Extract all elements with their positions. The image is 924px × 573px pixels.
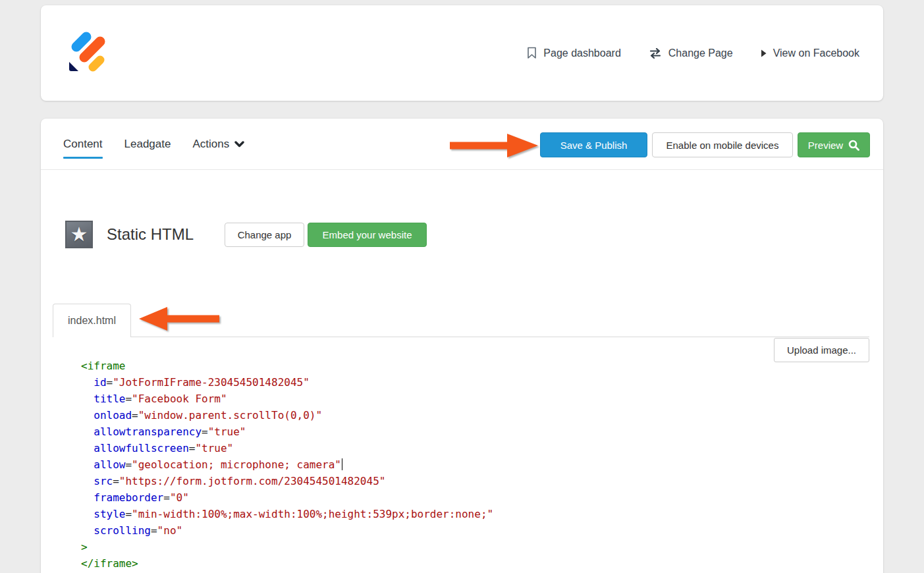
code-token: </iframe> xyxy=(81,557,138,570)
magnifier-icon xyxy=(848,140,859,151)
code-token: = xyxy=(113,475,119,487)
app-title-row: ★ Static HTML Change app Embed your webs… xyxy=(65,221,427,248)
code-token: "min-width:100%;max-width:100%;height:53… xyxy=(132,508,493,520)
code-token: = xyxy=(125,458,132,471)
active-tab-underline xyxy=(63,157,103,159)
jotform-logo xyxy=(66,31,109,74)
play-triangle-icon xyxy=(761,49,767,57)
code-line[interactable]: id="JotFormIFrame-230454501482045" xyxy=(81,374,764,391)
code-token xyxy=(81,458,94,471)
toolbar-buttons: Save & Publish Enable on mobile devices … xyxy=(540,132,870,157)
code-token xyxy=(81,376,94,389)
code-token: frameborder xyxy=(94,491,163,504)
code-line[interactable]: </iframe> xyxy=(81,555,764,572)
page-title: Static HTML xyxy=(107,225,194,244)
code-token xyxy=(81,491,94,504)
code-line[interactable]: allowfullscreen="true" xyxy=(81,440,764,456)
file-tab-index-html[interactable]: index.html xyxy=(53,304,131,337)
header-link-label: View on Facebook xyxy=(773,47,859,59)
code-line[interactable]: > xyxy=(81,539,764,555)
code-token: allow xyxy=(94,458,125,471)
header-link-label: Page dashboard xyxy=(543,47,620,59)
code-line[interactable]: style="min-width:100%;max-width:100%;hei… xyxy=(81,506,764,522)
code-token: = xyxy=(132,409,138,422)
code-token: id xyxy=(94,376,106,389)
code-token xyxy=(81,442,94,454)
bookmark-icon xyxy=(527,47,537,59)
code-token: scrolling xyxy=(94,524,151,537)
chevron-down-icon xyxy=(234,141,244,148)
tab-label: Leadgate xyxy=(124,138,171,151)
code-line[interactable]: allow="geolocation; microphone; camera" xyxy=(81,456,764,473)
code-token: allowfullscreen xyxy=(94,442,189,454)
code-token: = xyxy=(151,524,157,537)
code-editor-panel: Upload image... <iframe id="JotFormIFram… xyxy=(53,337,869,573)
code-token: allowtransparency xyxy=(94,425,202,438)
text-cursor xyxy=(342,458,342,470)
code-editor[interactable]: <iframe id="JotFormIFrame-23045450148204… xyxy=(81,358,764,572)
code-token xyxy=(81,508,94,520)
code-token: "true" xyxy=(195,442,233,454)
save-publish-button[interactable]: Save & Publish xyxy=(540,132,647,157)
code-token xyxy=(81,524,94,537)
code-token: "window.parent.scrollTo(0,0)" xyxy=(138,409,322,422)
header-link-view-on-facebook[interactable]: View on Facebook xyxy=(761,47,859,59)
header-card: Page dashboard Change Page View on Faceb… xyxy=(41,5,883,101)
header-link-change-page[interactable]: Change Page xyxy=(649,47,733,59)
tab-label: Actions xyxy=(192,138,229,151)
tab-actions[interactable]: Actions xyxy=(192,119,244,169)
toolbar: Content Leadgate Actions Save & Publish … xyxy=(41,119,883,170)
code-token: style xyxy=(94,508,125,520)
code-token xyxy=(81,393,94,405)
annotation-arrow-left xyxy=(138,306,219,331)
header-link-page-dashboard[interactable]: Page dashboard xyxy=(527,47,620,59)
app-editor-card: Content Leadgate Actions Save & Publish … xyxy=(41,119,883,573)
annotation-arrow-right xyxy=(450,133,539,158)
code-line[interactable]: frameborder="0" xyxy=(81,489,764,506)
upload-image-button[interactable]: Upload image... xyxy=(774,338,869,362)
code-token xyxy=(81,475,94,487)
code-token: = xyxy=(125,508,132,520)
code-token: src xyxy=(94,475,113,487)
tab-content[interactable]: Content xyxy=(63,119,103,169)
code-token: > xyxy=(81,541,88,553)
code-token xyxy=(81,425,94,438)
header-links: Page dashboard Change Page View on Faceb… xyxy=(527,5,859,101)
code-token: "Facebook Form" xyxy=(132,393,227,405)
code-token: onload xyxy=(94,409,132,422)
code-token: "JotFormIFrame-230454501482045" xyxy=(113,376,310,389)
code-token: "https://form.jotform.com/23045450148204… xyxy=(119,475,386,487)
header-link-label: Change Page xyxy=(668,47,733,59)
swap-arrows-icon xyxy=(649,48,662,59)
code-line[interactable]: onload="window.parent.scrollTo(0,0)" xyxy=(81,407,764,423)
code-line[interactable]: title="Facebook Form" xyxy=(81,391,764,407)
code-token: title xyxy=(94,393,125,405)
preview-button[interactable]: Preview xyxy=(798,132,870,157)
code-line[interactable]: src="https://form.jotform.com/2304545014… xyxy=(81,473,764,489)
preview-button-label: Preview xyxy=(808,140,843,151)
star-icon: ★ xyxy=(70,225,88,244)
embed-website-button[interactable]: Embed your website xyxy=(308,223,427,247)
code-line[interactable]: scrolling="no" xyxy=(81,522,764,539)
code-token: "0" xyxy=(170,491,189,504)
code-line[interactable]: <iframe xyxy=(81,358,764,374)
code-token: "true" xyxy=(208,425,246,438)
code-token: = xyxy=(189,442,196,454)
file-tab-label: index.html xyxy=(68,315,116,327)
code-token: = xyxy=(202,425,208,438)
enable-mobile-button[interactable]: Enable on mobile devices xyxy=(652,132,793,157)
code-token: = xyxy=(125,393,132,405)
code-token: "geolocation; microphone; camera" xyxy=(132,458,341,471)
code-token xyxy=(81,409,94,422)
code-token: <iframe xyxy=(81,360,125,372)
code-token: = xyxy=(107,376,113,389)
code-token: "no" xyxy=(157,524,183,537)
toolbar-tabs: Content Leadgate Actions xyxy=(63,119,244,169)
code-line[interactable]: allowtransparency="true" xyxy=(81,423,764,440)
tab-leadgate[interactable]: Leadgate xyxy=(124,119,171,169)
tab-label: Content xyxy=(63,138,103,151)
change-app-button[interactable]: Change app xyxy=(225,223,304,247)
code-token: = xyxy=(163,491,170,504)
static-html-app-icon: ★ xyxy=(65,221,93,248)
